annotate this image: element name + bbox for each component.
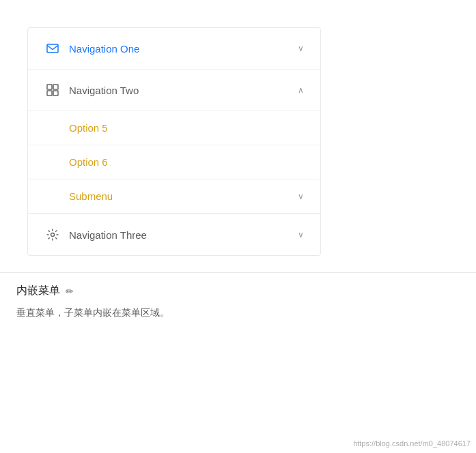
bottom-description: 垂直菜单，子菜单内嵌在菜单区域。 <box>16 305 460 320</box>
svg-rect-4 <box>53 91 58 96</box>
nav-item-three[interactable]: Navigation Three ∨ <box>28 214 320 255</box>
bottom-title-row: 内嵌菜单 ✏ <box>16 284 460 298</box>
nav-container: Navigation One ∨ Navigation Two ∧ Option… <box>27 27 321 256</box>
nav-three-chevron: ∨ <box>298 230 304 239</box>
submenu-label: Submenu <box>69 190 298 202</box>
gear-icon <box>44 227 61 243</box>
svg-rect-0 <box>47 44 58 53</box>
nav-three-label: Navigation Three <box>69 229 298 241</box>
mail-icon <box>44 40 61 57</box>
sub-nav-option5[interactable]: Option 5 <box>28 111 320 145</box>
bottom-title-text: 内嵌菜单 <box>16 284 60 298</box>
nav-one-chevron: ∨ <box>298 44 304 53</box>
page-wrapper: Navigation One ∨ Navigation Two ∧ Option… <box>0 0 476 453</box>
nav-one-label: Navigation One <box>69 43 298 55</box>
sub-nav-submenu[interactable]: Submenu ∨ <box>28 179 320 214</box>
svg-rect-2 <box>53 85 58 89</box>
submenu-chevron: ∨ <box>298 192 304 201</box>
svg-point-5 <box>51 233 55 237</box>
option5-label: Option 5 <box>69 122 304 134</box>
option6-label: Option 6 <box>69 156 304 168</box>
grid-icon <box>44 82 61 98</box>
svg-rect-3 <box>47 91 52 96</box>
bottom-section: 内嵌菜单 ✏ 垂直菜单，子菜单内嵌在菜单区域。 <box>0 272 476 320</box>
nav-item-one[interactable]: Navigation One ∨ <box>28 28 320 70</box>
nav-two-label: Navigation Two <box>69 85 298 96</box>
svg-rect-1 <box>47 85 52 89</box>
nav-item-two[interactable]: Navigation Two ∧ <box>28 70 320 111</box>
nav-two-chevron: ∧ <box>298 85 304 95</box>
watermark: https://blog.csdn.net/m0_48074617 <box>353 439 471 448</box>
edit-icon: ✏ <box>66 286 74 297</box>
sub-nav-option6[interactable]: Option 6 <box>28 145 320 179</box>
